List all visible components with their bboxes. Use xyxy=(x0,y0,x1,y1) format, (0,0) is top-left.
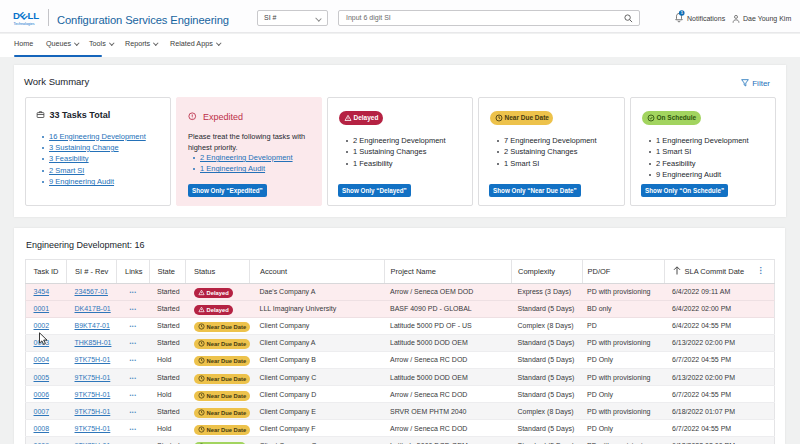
svg-text:LL: LL xyxy=(27,11,39,21)
svg-text:Technologies: Technologies xyxy=(13,22,34,26)
